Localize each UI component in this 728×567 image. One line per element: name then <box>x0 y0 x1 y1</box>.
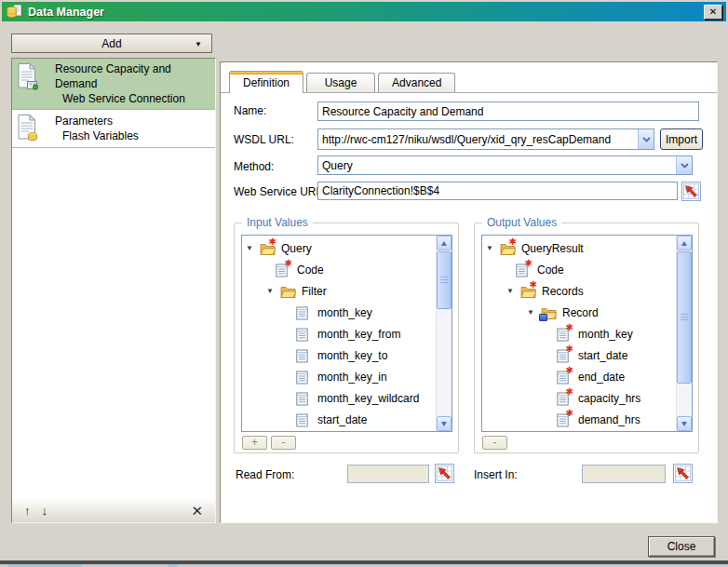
expand-collapse-arrow-icon[interactable]: ▼ <box>506 287 520 295</box>
list-footer: ↑ ↓ ✕ <box>12 498 215 522</box>
tree-node[interactable]: ▼ <box>482 259 676 280</box>
tree-node-label: month_key_to <box>314 349 387 362</box>
expand-collapse-arrow-icon[interactable]: ▼ <box>486 244 500 252</box>
add-button[interactable]: Add ▼ <box>11 34 212 53</box>
tree-node-label: month_key_wildcard <box>314 392 419 405</box>
input-tree-scrollbar[interactable] <box>436 236 452 431</box>
required-asterisk-icon: ✱ <box>566 365 573 375</box>
data-source-subtitle: Web Service Connection <box>42 91 213 106</box>
input-values-treebox: ▼ <box>241 235 452 432</box>
wsdl-url-combobox <box>317 128 654 150</box>
record-badge-icon <box>539 314 547 321</box>
chevron-down-icon: ▼ <box>195 40 202 48</box>
read-from-label: Read From: <box>236 468 294 481</box>
tree-node[interactable]: ▼ <box>482 387 676 409</box>
insert-in-range-picker-button[interactable] <box>673 464 693 483</box>
document-icon <box>16 113 42 144</box>
tab[interactable]: Definition <box>229 71 303 93</box>
required-asterisk-icon: ✱ <box>566 386 573 397</box>
expand-collapse-arrow-icon[interactable]: ▼ <box>266 287 280 295</box>
scroll-up-button[interactable] <box>677 236 692 250</box>
method-input[interactable] <box>318 156 676 174</box>
input-values-tree: ▼ <box>242 237 436 431</box>
tree-node[interactable]: ▼ <box>482 366 676 387</box>
tree-node[interactable]: ▼ <box>482 280 676 302</box>
tab[interactable]: Advanced <box>378 73 455 92</box>
method-combobox <box>317 155 693 175</box>
tree-node[interactable]: ▼ <box>242 237 436 259</box>
required-asterisk-icon: ✱ <box>285 258 292 268</box>
tab[interactable]: Usage <box>306 73 375 92</box>
web-service-url-range-picker-button[interactable] <box>681 182 701 201</box>
web-service-url-input[interactable] <box>317 182 678 200</box>
delete-item-button[interactable]: ✕ <box>191 504 203 518</box>
move-down-button[interactable]: ↓ <box>42 505 48 517</box>
range-picker-icon <box>675 466 691 481</box>
tab-strip: Definition Usage Advanced <box>221 71 717 93</box>
triangle-down-icon <box>681 422 687 426</box>
chevron-down-icon <box>642 137 651 142</box>
required-asterisk-icon: ✱ <box>566 408 573 418</box>
data-source-list: Resource Capacity and Demand Web Service… <box>11 58 216 523</box>
move-up-button[interactable]: ↑ <box>24 505 31 517</box>
close-button[interactable]: Close <box>648 536 715 557</box>
scrollbar-thumb[interactable] <box>437 251 452 309</box>
triangle-down-icon <box>441 422 447 426</box>
tree-node[interactable]: ▼ <box>482 344 676 366</box>
tree-node[interactable]: ▼ <box>482 409 676 430</box>
insert-in-label: Insert In: <box>474 468 518 481</box>
add-input-value-button[interactable]: + <box>242 436 267 450</box>
web-service-badge-icon <box>28 82 38 90</box>
method-dropdown-button[interactable] <box>676 156 692 174</box>
wsdl-url-input[interactable] <box>318 129 638 149</box>
tree-node-label: capacity_hrs <box>574 392 640 405</box>
name-input[interactable] <box>317 101 699 121</box>
tree-node[interactable]: ▼ <box>242 323 436 344</box>
tree-node[interactable]: ▼ <box>482 302 676 323</box>
tree-node-label: month_key_in <box>314 371 387 384</box>
data-source-item[interactable]: Parameters Flash Variables <box>12 110 215 148</box>
tree-node[interactable]: ▼ <box>242 387 436 409</box>
wsdl-dropdown-button[interactable] <box>638 129 654 149</box>
tree-node[interactable]: ▼ <box>242 302 436 323</box>
tree-node[interactable]: ▼ <box>242 409 436 430</box>
window-close-button[interactable]: ✕ <box>704 5 722 20</box>
document-icon <box>296 328 308 342</box>
tree-node-label: Code <box>533 263 564 277</box>
scroll-up-button[interactable] <box>437 236 452 250</box>
triangle-up-icon <box>681 241 687 246</box>
import-button[interactable]: Import <box>660 128 703 150</box>
tree-node[interactable]: ▼ <box>482 323 676 344</box>
wsdl-url-label: WSDL URL: <box>234 133 294 146</box>
tree-node[interactable]: ▼ <box>242 280 436 302</box>
tree-node[interactable]: ▼ <box>242 344 436 366</box>
read-from-input[interactable] <box>347 465 429 483</box>
scroll-down-button[interactable] <box>437 416 452 431</box>
required-asterisk-icon: ✱ <box>509 236 517 247</box>
data-source-item[interactable]: Resource Capacity and Demand Web Service… <box>12 59 215 110</box>
tree-node-label: Record <box>559 306 599 319</box>
scroll-down-button[interactable] <box>677 416 692 431</box>
data-manager-app-icon <box>7 4 22 20</box>
scrollbar-thumb[interactable] <box>677 251 692 384</box>
tree-node-label: month_key_from <box>314 328 400 341</box>
read-from-range-picker-button[interactable] <box>435 464 454 483</box>
tree-node[interactable]: ▼ <box>242 366 436 387</box>
remove-input-value-button[interactable]: - <box>271 436 296 450</box>
tree-node-label: QueryResult <box>518 242 584 255</box>
tree-node-label: start_date <box>314 413 367 426</box>
title-bar: Data Manager ✕ <box>2 2 726 21</box>
insert-in-input[interactable] <box>582 465 666 483</box>
tree-node[interactable]: ▼ <box>482 237 676 259</box>
input-values-title: Input Values <box>242 216 313 229</box>
add-button-label: Add <box>101 37 121 50</box>
output-tree-scrollbar[interactable] <box>676 236 692 431</box>
close-icon: ✕ <box>709 7 717 17</box>
flash-variables-badge-icon <box>28 133 36 141</box>
expand-collapse-arrow-icon[interactable]: ▼ <box>246 244 260 252</box>
required-asterisk-icon: ✱ <box>525 258 533 268</box>
tree-node-label: demand_hrs <box>574 413 640 426</box>
import-button-label: Import <box>666 133 697 146</box>
remove-output-value-button[interactable]: - <box>482 436 507 450</box>
tree-node[interactable]: ▼ <box>242 259 436 280</box>
